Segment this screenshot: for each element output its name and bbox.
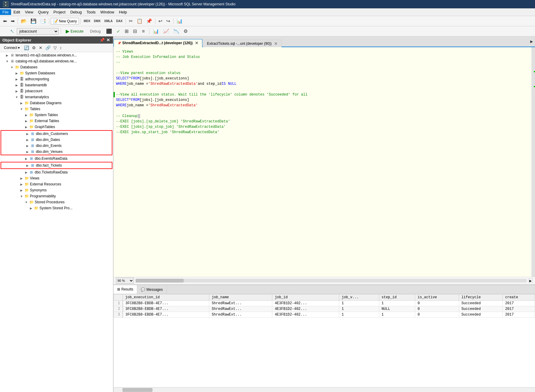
menu-file[interactable]: File	[0, 9, 11, 15]
col-step-id[interactable]: step_id	[379, 294, 415, 301]
tree-databases[interactable]: ▼ 📁 Databases	[0, 64, 113, 70]
results-grid-btn[interactable]: ⊟	[132, 28, 139, 35]
results-tab-messages[interactable]: 💬 Messages	[137, 285, 167, 294]
tree-synonyms[interactable]: ▶ 📁 Synonyms	[0, 187, 113, 193]
tree-dimdates[interactable]: ▶ ⊞ dbo.dim_Dates	[1, 137, 112, 143]
zoom-select[interactable]: 90 %	[116, 278, 134, 284]
col-job-name[interactable]: job_name	[209, 294, 272, 301]
check-btn[interactable]: ✓	[115, 28, 122, 35]
tree-ticketsraw[interactable]: ▶ ⊞ dbo.TicketsRawData	[0, 169, 113, 175]
execute-button[interactable]: ▶ Execute	[63, 27, 86, 35]
tree-dimvenues[interactable]: ▶ ⊞ dbo.dim_Venues	[1, 149, 112, 155]
col-lifecycle[interactable]: lifecycle	[459, 294, 502, 301]
redo-btn[interactable]: ↪	[165, 18, 172, 25]
col-job-execution-id[interactable]: job_execution_id	[123, 294, 209, 301]
tree-views[interactable]: ▶ 📁 Views	[0, 175, 113, 181]
tree-sysstoredprocs[interactable]: ▶ 📁 System Stored Pro...	[0, 205, 113, 211]
stop-btn[interactable]: ⬛	[105, 28, 114, 35]
tree-jobaccount[interactable]: ▶ 🗄 jobaccount	[0, 88, 113, 94]
undo-btn[interactable]: ↩	[157, 18, 164, 25]
open-btn[interactable]: 📂	[19, 18, 28, 25]
save-btn[interactable]: 💾	[29, 18, 38, 25]
results-h-scroll[interactable]	[114, 387, 535, 392]
cut-btn[interactable]: ✂	[127, 18, 134, 25]
tree-exttables[interactable]: ▶ 📁 External Tables	[0, 118, 113, 124]
menu-debug[interactable]: Debug	[68, 9, 84, 15]
results-text-btn[interactable]: ≡	[140, 28, 147, 35]
code-editor[interactable]: -- Views -- Job Execution Information an…	[114, 47, 531, 277]
menu-window[interactable]: Window	[98, 9, 117, 15]
tabs-scroll-right[interactable]: ▶	[528, 38, 535, 45]
h-scroll-thumb[interactable]	[136, 279, 184, 282]
tree-dbdiagrams[interactable]: ▶ 📁 Database Diagrams	[0, 100, 113, 106]
tab1-close[interactable]: ✕	[195, 41, 198, 45]
menu-view[interactable]: View	[22, 9, 36, 15]
toolbar2-btn1[interactable]: 🔧	[8, 28, 16, 35]
oe-close-btn[interactable]: ✕	[106, 38, 111, 42]
tab-extracttickets[interactable]: ExtractTickets.sql -...unt (developer (9…	[203, 40, 281, 47]
connect-dropdown-icon[interactable]: ▾	[18, 46, 20, 50]
oe-new-conn-btn[interactable]: 🔗	[45, 44, 51, 51]
scroll-right-btn[interactable]: ▶	[528, 279, 533, 283]
menu-query[interactable]: Query	[36, 9, 51, 15]
tree-programmability[interactable]: ▼ 📁 Programmability	[0, 193, 113, 199]
show-plan-btn[interactable]: 📊	[152, 28, 160, 35]
col-job-id[interactable]: job_id	[272, 294, 339, 301]
save-all-btn[interactable]: 📑	[39, 18, 48, 25]
query-opts-btn[interactable]: ⚙	[182, 28, 189, 35]
col-is-active[interactable]: is_active	[415, 294, 459, 301]
forward-btn[interactable]: ➡	[9, 18, 16, 25]
results-scroll-thumb[interactable]	[123, 388, 152, 392]
connect-button[interactable]: Connect ▾	[2, 45, 22, 51]
tree-dimevents[interactable]: ▶ ⊞ dbo.dim_Events	[1, 143, 112, 149]
tree-eventsraw[interactable]: ▶ ⊞ dbo.EventsRawData	[0, 156, 113, 162]
h-scrollbar[interactable]	[136, 279, 527, 282]
menu-tools[interactable]: Tools	[84, 9, 98, 15]
oe-refresh-btn[interactable]: 🔄	[23, 44, 30, 51]
parse-btn[interactable]: ⊞	[123, 28, 130, 35]
tree-tables[interactable]: ▼ 📁 Tables	[0, 106, 113, 112]
menu-help[interactable]: Help	[117, 9, 129, 15]
sep6	[173, 18, 174, 24]
database-select[interactable]: jobaccount	[17, 28, 59, 35]
oe-filter-btn[interactable]: ⚙	[31, 44, 37, 51]
results-table-container[interactable]: job_execution_id job_name job_id job_v..…	[114, 294, 535, 387]
debug-button[interactable]: Debug	[87, 28, 103, 34]
tree-extresources[interactable]: ▶ 📁 External Resources	[0, 181, 113, 187]
client-stats-btn[interactable]: 📉	[172, 28, 181, 35]
tree-systables[interactable]: ▶ 📁 System Tables	[0, 112, 113, 118]
paste-btn[interactable]: 📌	[145, 18, 154, 25]
cell-exec-id-1[interactable]: 3FC8B2B8-EBDB-4E7...	[123, 301, 209, 306]
actual-plan-btn[interactable]: 📈	[162, 28, 171, 35]
tree-adhoc[interactable]: ▶ 🗄 adhocreporting	[0, 76, 113, 82]
dmx-btn[interactable]: DMX	[92, 18, 102, 25]
xmla-btn[interactable]: XMLA	[103, 18, 114, 25]
tree-server2[interactable]: ▼ 🖥 catalog-mt-aj3.database.windows.ne..…	[0, 58, 113, 64]
activity-monitor-btn[interactable]: 📊	[175, 18, 184, 25]
tree-graphtables[interactable]: ▶ 📁 GraphTables	[0, 124, 113, 130]
results-tab-results[interactable]: ⊞ Results	[114, 285, 137, 294]
menu-edit[interactable]: Edit	[11, 9, 22, 15]
back-btn[interactable]: ⬅	[1, 18, 8, 25]
menu-project[interactable]: Project	[51, 9, 68, 15]
tab-shredraw[interactable]: 📌 ShredRawExtractedD...t (developer (126…	[114, 39, 202, 47]
tree-storedprocs[interactable]: ▼ 📁 Stored Procedures	[0, 199, 113, 205]
oe-sync-btn[interactable]: ↕	[59, 44, 63, 51]
oe-funnel-btn[interactable]: ▽	[53, 44, 58, 51]
oe-disconnect-btn[interactable]: ✕	[38, 44, 43, 51]
tab2-close[interactable]: ✕	[274, 41, 278, 46]
tree-tenantanalytics[interactable]: ▼ 🗄 tenantanalytics	[0, 94, 113, 100]
new-query-button[interactable]: 📝 New Query	[51, 18, 79, 24]
tree-baseten[interactable]: ▶ 🗄 basetenantdb	[0, 82, 113, 88]
col-create[interactable]: create	[503, 294, 535, 301]
tree-facttickets[interactable]: ▶ ⊞ dbo.fact_Tickets	[1, 162, 112, 168]
mdx-btn[interactable]: MDX	[82, 18, 92, 25]
col-job-v[interactable]: job_v...	[339, 294, 379, 301]
jobaccount-label: jobaccount	[25, 89, 42, 93]
dax-btn[interactable]: DAX	[115, 18, 124, 25]
tree-dimcustomers[interactable]: ▶ ⊞ dbo.dim_Customers	[1, 131, 112, 137]
oe-pin-btn[interactable]: 📌	[99, 38, 105, 42]
tree-server1[interactable]: ▶ 🖥 tenants1-mt-aj3.database.windows.n..…	[0, 52, 113, 58]
copy-btn[interactable]: 📋	[135, 18, 144, 25]
tree-sysdbs[interactable]: ▶ 📁 System Databases	[0, 70, 113, 76]
